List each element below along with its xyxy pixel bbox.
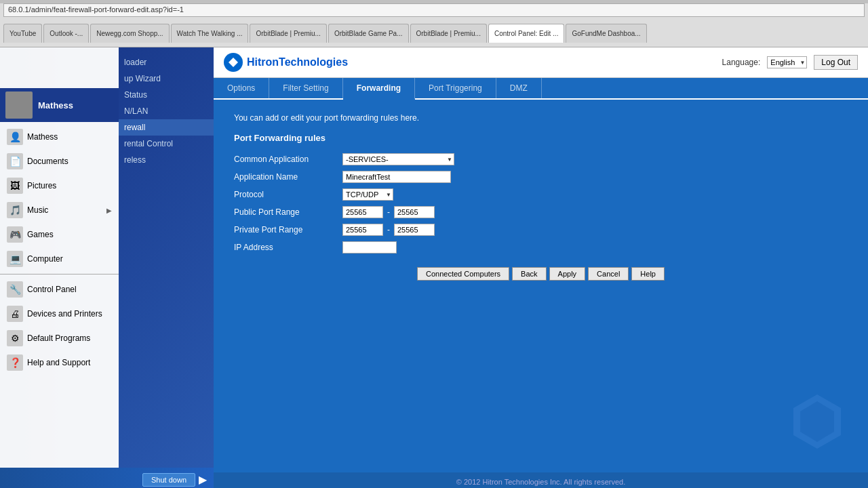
ip-address-input[interactable] <box>342 241 397 253</box>
sidebar-label-documents: Documents <box>27 157 68 166</box>
right-item-nlan[interactable]: N/LAN <box>119 103 214 119</box>
sidebar-item-music[interactable]: 🎵 Music ▶ <box>0 198 119 222</box>
language-select[interactable]: English <box>767 56 807 68</box>
tab-forwarding[interactable]: Forwarding <box>343 78 415 100</box>
cancel-button[interactable]: Cancel <box>588 267 629 281</box>
tab-outlook[interactable]: Outlook -... <box>43 24 89 43</box>
hitron-logo: HitronTechnologies <box>224 53 348 72</box>
sidebar-label-games: Games <box>27 230 54 239</box>
port-forwarding-form: Common Application -SERVICES- <box>234 153 848 253</box>
connected-computers-button[interactable]: Connected Computers <box>417 267 509 281</box>
common-app-select[interactable]: -SERVICES- <box>342 153 454 165</box>
sidebar-label-control-panel: Control Panel <box>27 285 77 294</box>
app-name-field <box>342 171 451 183</box>
user-area: Mathess <box>0 88 119 122</box>
private-port-field: - <box>342 224 435 236</box>
tab-control-panel[interactable]: Control Panel: Edit ... <box>488 24 565 43</box>
router-body: Options Filter Setting Forwarding Port T… <box>214 78 868 488</box>
sidebar-item-devices[interactable]: 🖨 Devices and Printers <box>0 302 119 326</box>
tab-orbitblade3[interactable]: OrbitBlade | Premiu... <box>410 24 487 43</box>
right-item-loader[interactable]: loader <box>119 54 214 70</box>
right-item-wireless[interactable]: reless <box>119 152 214 168</box>
right-item-firewall[interactable]: rewall <box>119 119 214 136</box>
sidebar-item-default-programs[interactable]: ⚙ Default Programs <box>0 326 119 350</box>
sidebar-label-pictures: Pictures <box>27 181 56 190</box>
public-port-label: Public Port Range <box>234 207 342 217</box>
logo-icon <box>224 53 243 72</box>
protocol-select[interactable]: TCP/UDP <box>342 188 393 201</box>
content-area: You can add or edit your port forwarding… <box>214 100 868 294</box>
sidebar-item-games[interactable]: 🎮 Games <box>0 222 119 247</box>
tab-bar: YouTube Outlook -... Newegg.com Shopp...… <box>0 17 868 43</box>
tab-walking[interactable]: Watch The Walking ... <box>171 24 249 43</box>
sidebar-item-documents[interactable]: 📄 Documents <box>0 149 119 174</box>
sidebar-label-help: Help and Support <box>27 358 90 367</box>
app-name-row: Application Name <box>234 171 848 183</box>
sidebar-item-help[interactable]: ❓ Help and Support <box>0 350 119 375</box>
back-button[interactable]: Back <box>512 267 546 281</box>
sidebar-item-computer[interactable]: 💻 Computer <box>0 247 119 271</box>
games-icon: 🎮 <box>7 226 23 243</box>
sidebar-right: loader up Wizard Status N/LAN rewall ren… <box>119 47 214 488</box>
section-title: Port Forwarding rules <box>234 133 848 143</box>
common-app-field: -SERVICES- <box>342 153 454 165</box>
sidebar-label-devices: Devices and Printers <box>27 309 102 319</box>
shutdown-button[interactable]: Shut down <box>142 473 195 487</box>
tab-port-triggering[interactable]: Port Triggering <box>415 78 496 98</box>
private-port-label: Private Port Range <box>234 225 342 235</box>
tab-filter-setting[interactable]: Filter Setting <box>269 78 342 98</box>
control-panel-icon: 🔧 <box>7 281 23 298</box>
right-item-parental[interactable]: rental Control <box>119 136 214 152</box>
public-port-dash: - <box>387 207 390 217</box>
common-app-label: Common Application <box>234 155 342 164</box>
address-bar[interactable]: 68.0.1/admin/feat-firewall-port-forward-… <box>3 3 865 17</box>
computer-icon: 💻 <box>7 251 23 267</box>
logo-brand: HitronTechnologies <box>247 56 348 68</box>
router-panel: HitronTechnologies Language: English Log… <box>214 47 868 488</box>
shutdown-arrow-icon[interactable]: ▶ <box>199 473 207 486</box>
shutdown-bar: Shut down ▶ <box>0 468 214 488</box>
sidebar-item-pictures[interactable]: 🖼 Pictures <box>0 174 119 198</box>
ip-address-row: IP Address <box>234 241 848 253</box>
tab-dmz[interactable]: DMZ <box>496 78 542 98</box>
tab-options[interactable]: Options <box>214 78 269 98</box>
sidebar-label-mathess: Mathess <box>27 132 58 142</box>
private-port-row: Private Port Range - <box>234 224 848 236</box>
logout-button[interactable]: Log Out <box>814 55 858 70</box>
help-icon: ❓ <box>7 354 23 371</box>
header-right: Language: English Log Out <box>722 55 858 70</box>
public-port-from-input[interactable] <box>342 206 383 218</box>
sidebar-item-control-panel[interactable]: 🔧 Control Panel <box>0 277 119 302</box>
protocol-label: Protocol <box>234 190 342 199</box>
logo-text: HitronTechnologies <box>247 56 348 68</box>
tab-orbitblade2[interactable]: OrbitBlade Game Pa... <box>328 24 409 43</box>
app-name-input[interactable] <box>342 171 451 183</box>
tab-youtube[interactable]: YouTube <box>3 24 42 43</box>
help-button[interactable]: Help <box>631 267 665 281</box>
music-arrow-icon: ▶ <box>106 207 112 214</box>
router-content: Options Filter Setting Forwarding Port T… <box>214 78 868 488</box>
protocol-field: TCP/UDP <box>342 188 393 201</box>
start-sidebar: Mathess 👤 Mathess 📄 Documents 🖼 Pictures… <box>0 47 214 488</box>
footer-text: © 2012 Hitron Technologies Inc. All righ… <box>456 478 625 486</box>
watermark <box>793 394 841 451</box>
tab-orbitblade1[interactable]: OrbitBlade | Premiu... <box>250 24 326 43</box>
sidebar-label-music: Music <box>27 205 48 215</box>
tab-newegg[interactable]: Newegg.com Shopp... <box>90 24 169 43</box>
sidebar-item-mathess[interactable]: 👤 Mathess <box>0 125 119 149</box>
tab-navigation: Options Filter Setting Forwarding Port T… <box>214 78 868 100</box>
private-port-from-input[interactable] <box>342 224 383 236</box>
documents-icon: 📄 <box>7 153 23 169</box>
right-item-status[interactable]: Status <box>119 87 214 103</box>
private-port-to-input[interactable] <box>394 224 435 236</box>
right-item-wizard[interactable]: up Wizard <box>119 70 214 87</box>
public-port-to-input[interactable] <box>394 206 435 218</box>
user-name: Mathess <box>38 100 73 110</box>
router-header: HitronTechnologies Language: English Log… <box>214 47 868 78</box>
public-port-row: Public Port Range - <box>234 206 848 218</box>
router-footer: © 2012 Hitron Technologies Inc. All righ… <box>214 472 868 488</box>
content-description: You can add or edit your port forwarding… <box>234 113 848 123</box>
tab-gofundme[interactable]: GoFundMe Dashboa... <box>566 24 646 43</box>
browser-chrome: 68.0.1/admin/feat-firewall-port-forward-… <box>0 3 868 47</box>
apply-button[interactable]: Apply <box>549 267 586 281</box>
